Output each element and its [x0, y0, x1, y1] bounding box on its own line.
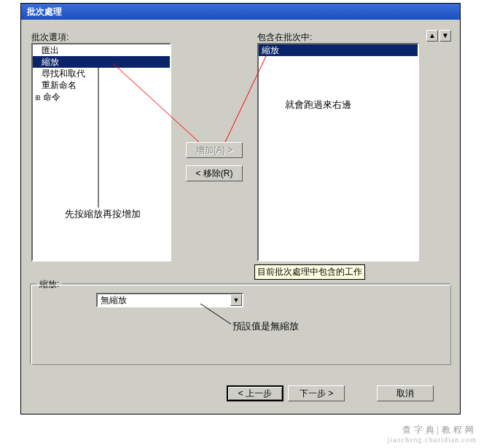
chevron-up-icon: ▲ — [429, 31, 436, 39]
cancel-button-label: 取消 — [396, 388, 414, 400]
tree-expand-icon[interactable]: ⊞ — [34, 95, 41, 101]
combo-dropdown-icon[interactable]: ▼ — [230, 294, 242, 306]
included-item-scale[interactable]: 縮放 — [259, 44, 418, 56]
option-rename[interactable]: 重新命名 — [33, 79, 170, 91]
back-button[interactable]: < 上一步 — [227, 385, 283, 401]
batch-options-list[interactable]: 匯出 縮放 尋找和取代 重新命名 ⊞ 命令 — [31, 43, 171, 262]
tooltip-included: 目前批次處理中包含的工作 — [254, 264, 365, 280]
scale-combo[interactable]: 無縮放 ▼ — [96, 293, 243, 307]
batch-dialog: 批次處理 批次選項: 匯出 縮放 尋找和取代 重新命名 ⊞ 命令 增加(A) >… — [20, 3, 461, 414]
add-button[interactable]: 增加(A) > — [186, 142, 243, 158]
watermark-line1: 查字典|教程网 — [388, 425, 477, 435]
back-button-label: < 上一步 — [238, 388, 272, 400]
add-button-label: 增加(A) > — [196, 144, 232, 157]
option-export[interactable]: 匯出 — [33, 44, 170, 56]
scale-group-caption: 縮放: — [36, 278, 62, 291]
remove-button-label: < 移除(R) — [196, 168, 233, 180]
left-list-label: 批次選項: — [31, 31, 69, 44]
move-up-button[interactable]: ▲ — [426, 30, 438, 42]
option-commands[interactable]: ⊞ 命令 — [33, 91, 170, 103]
included-list[interactable]: 縮放 — [257, 43, 419, 262]
scale-combo-value: 無縮放 — [98, 294, 230, 307]
titlebar: 批次處理 — [21, 4, 460, 20]
watermark-line2: jiaocheng.chazidian.com — [388, 435, 477, 445]
next-button[interactable]: 下一步 > — [288, 385, 345, 401]
move-down-button[interactable]: ▼ — [439, 30, 451, 42]
option-find-replace[interactable]: 尋找和取代 — [33, 68, 170, 79]
cancel-button[interactable]: 取消 — [377, 385, 434, 401]
remove-button[interactable]: < 移除(R) — [186, 165, 243, 181]
option-commands-label: 命令 — [43, 92, 60, 102]
watermark: 查字典|教程网 jiaocheng.chazidian.com — [388, 425, 477, 445]
dialog-title: 批次處理 — [27, 6, 62, 18]
option-scale[interactable]: 縮放 — [33, 56, 170, 68]
scale-groupbox: 縮放: 無縮放 ▼ — [30, 283, 451, 365]
dialog-body: 批次選項: 匯出 縮放 尋找和取代 重新命名 ⊞ 命令 增加(A) > < 移除… — [21, 20, 460, 414]
chevron-down-icon: ▼ — [442, 31, 449, 39]
right-list-label: 包含在批次中: — [257, 31, 312, 44]
next-button-label: 下一步 > — [300, 388, 333, 400]
